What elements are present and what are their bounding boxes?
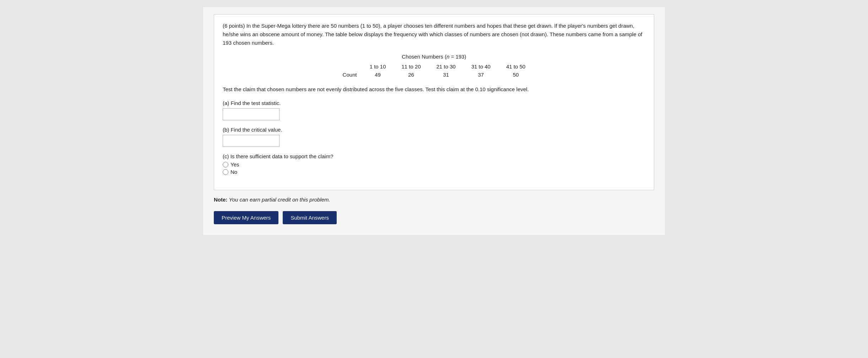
radio-yes-label[interactable]: Yes — [223, 161, 645, 167]
part-a: (a) Find the test statistic. — [223, 100, 645, 120]
part-c-label: (c) Is there sufficient data to support … — [223, 153, 645, 159]
question-box: (6 points) In the Super-Mega lottery the… — [214, 14, 654, 190]
table-header-31to40: 31 to 40 — [463, 62, 498, 71]
table-header-empty — [335, 62, 362, 71]
test-statistic-input[interactable] — [223, 108, 280, 120]
table-cell-31: 31 — [429, 71, 463, 79]
radio-no-label[interactable]: No — [223, 169, 645, 175]
table-cell-50: 50 — [498, 71, 533, 79]
part-a-label: (a) Find the test statistic. — [223, 100, 645, 106]
data-table: 1 to 10 11 to 20 21 to 30 31 to 40 41 to… — [335, 62, 533, 79]
part-c: (c) Is there sufficient data to support … — [223, 153, 645, 175]
table-cell-49: 49 — [362, 71, 394, 79]
claim-text: Test the claim that chosen numbers are n… — [223, 85, 645, 94]
table-section: Chosen Numbers (n = 193) 1 to 10 11 to 2… — [223, 54, 645, 79]
table-cell-26: 26 — [394, 71, 429, 79]
note-bold: Note: — [214, 197, 227, 203]
sufficient-data-radio-group: Yes No — [223, 161, 645, 175]
preview-answers-button[interactable]: Preview My Answers — [214, 211, 278, 224]
radio-no[interactable] — [223, 169, 228, 175]
table-header-11to20: 11 to 20 — [394, 62, 429, 71]
button-row: Preview My Answers Submit Answers — [214, 211, 654, 224]
radio-no-text: No — [230, 169, 237, 175]
question-description: (6 points) In the Super-Mega lottery the… — [223, 22, 645, 47]
radio-yes[interactable] — [223, 162, 228, 167]
table-header-21to30: 21 to 30 — [429, 62, 463, 71]
page-container: (6 points) In the Super-Mega lottery the… — [203, 7, 665, 235]
part-b-label: (b) Find the critical value. — [223, 127, 645, 133]
table-title: Chosen Numbers (n = 193) — [223, 54, 645, 60]
radio-yes-text: Yes — [230, 161, 239, 167]
table-row-label: Count — [335, 71, 362, 79]
table-cell-37: 37 — [463, 71, 498, 79]
table-header-41to50: 41 to 50 — [498, 62, 533, 71]
submit-answers-button[interactable]: Submit Answers — [283, 211, 337, 224]
note-section: Note: You can earn partial credit on thi… — [214, 197, 654, 206]
note-italic: You can earn partial credit on this prob… — [229, 197, 330, 203]
critical-value-input[interactable] — [223, 135, 280, 147]
part-b: (b) Find the critical value. — [223, 127, 645, 147]
table-header-1to10: 1 to 10 — [362, 62, 394, 71]
